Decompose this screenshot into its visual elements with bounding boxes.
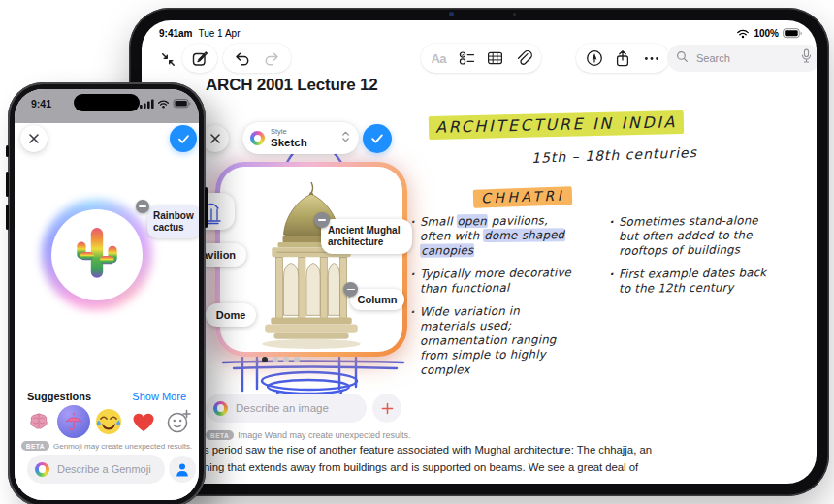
ipad-camera xyxy=(449,12,454,16)
genmoji-close-button[interactable] xyxy=(20,125,48,152)
beta-text: Image Wand may create unexpected results… xyxy=(238,430,410,440)
page-dot[interactable] xyxy=(273,357,278,362)
ipad-time: 9:41am xyxy=(159,28,192,39)
handwritten-bullet: Small open pavilions, often with dome-sh… xyxy=(409,213,574,259)
compose-button[interactable] xyxy=(182,44,217,73)
beta-badge: BETA xyxy=(206,430,234,440)
power-button xyxy=(205,187,208,228)
ipad-sensor xyxy=(513,13,516,16)
handwritten-bullet: Wide variation in materials used; orname… xyxy=(409,303,575,378)
wifi-icon xyxy=(736,28,750,39)
iphone-device: 9:41 xyxy=(8,82,206,504)
note-title: ARCH 2001 Lecture 12 xyxy=(206,76,377,95)
handwritten-bullet: Typically more decorative than functiona… xyxy=(409,266,574,297)
redo-icon[interactable] xyxy=(261,47,282,69)
iphone-screen: 9:41 xyxy=(15,89,199,500)
table-icon[interactable] xyxy=(485,47,506,69)
ipad-screen: 9:41am Tue 1 Apr 100% xyxy=(142,20,817,484)
ipad-device: 9:41am Tue 1 Apr 100% xyxy=(129,8,829,496)
signal-icon xyxy=(140,99,154,109)
laughing-emoji[interactable] xyxy=(92,405,125,438)
image-wand-input[interactable] xyxy=(206,394,367,423)
handwritten-section-title: CHHATRI xyxy=(473,186,573,208)
search-bar[interactable] xyxy=(667,45,817,72)
remove-genmoji-label-button[interactable] xyxy=(136,200,149,213)
undo-redo-group xyxy=(223,44,291,73)
tag-dome[interactable]: Dome xyxy=(206,303,256,327)
heart-emoji[interactable] xyxy=(127,405,160,438)
handwritten-bullets-left: Small open pavilions, often with dome-sh… xyxy=(409,214,574,377)
beta-badge: BETA xyxy=(21,441,49,451)
add-emoji-button[interactable] xyxy=(162,405,195,438)
apple-intelligence-icon xyxy=(213,401,228,416)
add-image-button[interactable] xyxy=(372,394,401,423)
tag-column[interactable]: Column xyxy=(350,289,404,310)
handwritten-bullet: Sometimes stand-alone but often added to… xyxy=(608,213,779,259)
handwritten-bullets-right: Sometimes stand-alone but often added to… xyxy=(608,214,779,296)
handwritten-subheading: 15th – 18th centuries xyxy=(531,144,697,166)
collapse-icon[interactable] xyxy=(157,48,178,70)
beta-text: Genmoji may create unexpected results. xyxy=(53,442,192,451)
rainbow-cactus-genmoji[interactable] xyxy=(75,226,119,286)
handwritten-heading: ARCHITECTURE IN INDIA xyxy=(429,110,685,140)
checklist-icon[interactable] xyxy=(456,47,477,69)
actions-group xyxy=(576,44,669,73)
remove-column-tag-button[interactable] xyxy=(343,282,358,297)
suggestions-title: Suggestions xyxy=(27,391,91,402)
wifi-icon xyxy=(157,99,170,109)
iphone-status-icons xyxy=(140,99,192,109)
ipad-status-icons: 100% xyxy=(736,28,803,39)
more-icon[interactable] xyxy=(641,47,662,69)
mic-icon[interactable] xyxy=(801,48,812,68)
search-icon xyxy=(676,49,689,67)
wand-accept-button[interactable] xyxy=(363,124,392,153)
battery-icon xyxy=(173,99,192,109)
markup-icon[interactable] xyxy=(584,47,605,69)
describe-genmoji-field[interactable] xyxy=(55,462,157,476)
genmoji-input[interactable] xyxy=(27,455,165,484)
volume-down-button xyxy=(6,205,9,230)
format-icon[interactable]: Aa xyxy=(428,47,449,69)
brain-genmoji[interactable] xyxy=(22,405,55,438)
marketing-canvas: 9:41am Tue 1 Apr 100% xyxy=(0,0,834,504)
page-dot[interactable] xyxy=(283,357,289,362)
genmoji-accept-button[interactable] xyxy=(170,125,197,152)
chevron-up-down-icon xyxy=(340,130,351,147)
apple-intelligence-icon xyxy=(250,131,265,145)
genmoji-beta-note: BETA Genmoji may create unexpected resul… xyxy=(15,441,199,451)
ipad-date: Tue 1 Apr xyxy=(198,28,240,39)
body-line: ning that extends away from buildings an… xyxy=(204,458,817,476)
tag-main[interactable]: Ancient Mughal architecture xyxy=(321,219,412,254)
format-toolbar-group: Aa xyxy=(421,44,541,73)
wand-close-button[interactable] xyxy=(202,125,229,152)
image-wand-beta-note: BETA Image Wand may create unexpected re… xyxy=(206,430,410,440)
handwritten-bullet: First example dates back to the 12th cen… xyxy=(608,266,779,297)
action-button xyxy=(6,145,9,157)
umbrella-genmoji[interactable] xyxy=(57,405,90,438)
iphone-time: 9:41 xyxy=(31,98,51,110)
volume-up-button xyxy=(6,172,9,197)
page-dot[interactable] xyxy=(262,357,268,362)
ipad-status-bar: 9:41am Tue 1 Apr xyxy=(159,28,240,39)
style-caption: Style xyxy=(271,128,335,136)
style-value: Sketch xyxy=(271,138,335,149)
dynamic-island xyxy=(74,94,140,111)
page-dot[interactable] xyxy=(294,357,300,362)
attachment-icon[interactable] xyxy=(513,47,534,69)
undo-icon[interactable] xyxy=(232,47,253,69)
ipad-battery-percent: 100% xyxy=(754,28,779,39)
search-input[interactable] xyxy=(694,51,795,65)
variant-page-dots[interactable] xyxy=(262,357,300,362)
suggestions-row xyxy=(22,405,195,438)
battery-icon xyxy=(783,28,803,39)
body-line: s period saw the rise of another feature… xyxy=(204,441,817,458)
describe-image-field[interactable] xyxy=(234,401,359,415)
apple-intelligence-icon xyxy=(35,462,49,477)
remove-main-tag-button[interactable] xyxy=(314,212,330,228)
person-genmoji-button[interactable] xyxy=(169,456,196,483)
style-picker[interactable]: Style Sketch xyxy=(242,122,359,154)
show-more-link[interactable]: Show More xyxy=(132,391,186,402)
share-icon[interactable] xyxy=(612,47,633,69)
genmoji-label: Rainbow cactus xyxy=(147,205,199,238)
note-body-text: s period saw the rise of another feature… xyxy=(204,441,817,476)
